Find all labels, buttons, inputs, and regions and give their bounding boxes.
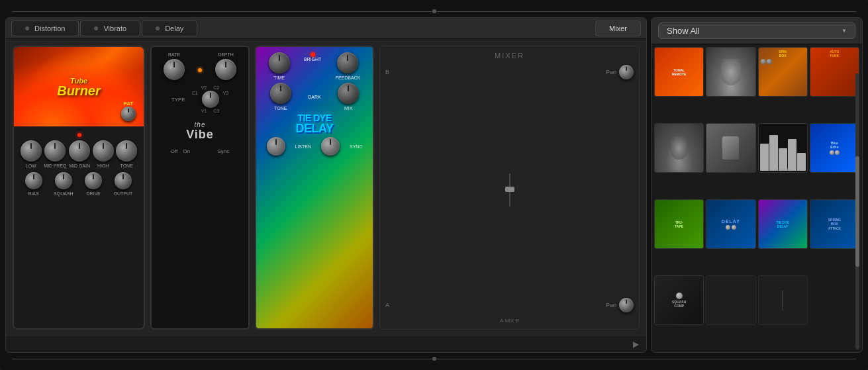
low-knob-item: LOW — [21, 140, 42, 168]
bias-knob-label: BIAS — [28, 191, 39, 196]
tiedye-delay-pedal[interactable]: TIME BRIGHT FEEDBACK — [255, 46, 374, 330]
channel-a-label: A — [385, 302, 389, 308]
feedback-knob-item: FEEDBACK — [336, 52, 361, 80]
mix-knob[interactable] — [338, 83, 359, 104]
low-knob-label: LOW — [26, 163, 36, 168]
tab-mixer[interactable]: Mixer — [595, 21, 641, 36]
bright-section: BRIGHT — [304, 52, 321, 80]
tube-burner-title: Tube Burner — [57, 77, 101, 97]
tab-dot — [156, 26, 160, 30]
output-knob-label: OUTPUT — [113, 191, 132, 196]
mid-freq-knob[interactable] — [44, 140, 66, 162]
browser-item-delay[interactable]: DELAY — [706, 199, 755, 249]
tone-label: TONE — [274, 106, 287, 111]
browser-item-squash[interactable]: SQUASHCOMP — [654, 275, 704, 325]
channel-a-row: A Pan — [385, 298, 634, 312]
tiedye-middle: TONE DARK MIX — [262, 83, 367, 111]
rate-label: RATE — [168, 52, 180, 57]
feedback-label: FEEDBACK — [336, 75, 361, 80]
time-label: TIME — [273, 75, 285, 80]
browser-item-wah[interactable] — [706, 47, 755, 97]
output-knob[interactable] — [115, 172, 132, 189]
mid-gain-knob[interactable] — [69, 140, 90, 162]
browser-item-auto-funk[interactable]: AUTOFUNK — [810, 47, 859, 97]
mixer-pedal: MIXER B Pan A Pan — [379, 46, 640, 330]
mix-knob-item: MIX — [338, 83, 359, 111]
drive-knob[interactable] — [85, 172, 102, 189]
browser-panel: Show All ▼ TONALREMOTE SPINBOX — [651, 17, 863, 353]
depth-knob[interactable] — [215, 59, 236, 80]
high-knob-label: HIGH — [97, 163, 109, 168]
browser-item-tru-tape[interactable]: TRU-TAPE — [654, 199, 704, 249]
browser-scrollbar[interactable] — [855, 73, 859, 349]
browser-item-spin-box[interactable]: SPINBOX — [758, 47, 808, 97]
show-all-dropdown[interactable]: Show All ▼ — [658, 23, 855, 39]
browser-item-graphic-eq[interactable]: Graphic Eq — [758, 123, 808, 173]
browser-scrollbar-thumb[interactable] — [855, 156, 859, 267]
top-resize-handle[interactable] — [5, 5, 863, 17]
browser-grid: TONALREMOTE SPINBOX AUTOFUNK — [651, 44, 862, 352]
type-knob[interactable] — [202, 91, 219, 108]
top-resize-dot — [432, 9, 436, 13]
high-knob-item: HIGH — [93, 140, 114, 168]
vibe-bottom: Off On Sync — [157, 148, 243, 154]
browser-item-tiedye-delay[interactable]: TIE DYEDELAY — [758, 199, 808, 249]
tiedye-tone-knob[interactable] — [270, 83, 291, 104]
sync-footswitch[interactable] — [321, 137, 340, 156]
browser-item-blue-echo[interactable]: BlueEcho — [810, 123, 859, 173]
type-selector[interactable]: V2C2 C1 V3 V1C3 — [192, 85, 229, 113]
rate-knob[interactable] — [164, 59, 185, 80]
browser-item-vol-pedal[interactable] — [706, 123, 755, 173]
browser-item-tonal-remote[interactable]: TONALREMOTE — [654, 47, 704, 97]
drive-knob-item: DRIVE — [85, 172, 102, 196]
main-area: Distortion Vibrato Delay Mixer — [5, 17, 863, 353]
tab-vibrato[interactable]: Vibrato — [80, 21, 140, 36]
squash-knob-label: SQUASH — [54, 191, 73, 196]
tiedye-title: TIE DYE DELAY — [262, 113, 367, 134]
time-knob-item: TIME — [269, 52, 290, 80]
tab-dot — [94, 26, 98, 30]
pan-label-a: Pan — [392, 302, 616, 308]
fader-thumb[interactable] — [505, 187, 514, 192]
tone-knob-label: TONE — [121, 163, 133, 168]
mid-freq-label: MID FREQ — [44, 163, 66, 168]
time-knob[interactable] — [269, 52, 290, 73]
pedalboard-content: Tube Burner FAT LOW — [6, 39, 646, 336]
vibe-toggle[interactable]: Off On — [171, 148, 190, 154]
low-knob[interactable] — [21, 140, 42, 162]
tube-burner-controls: LOW MID FREQ MID GAIN — [14, 126, 144, 205]
show-all-label: Show All — [667, 26, 700, 36]
bias-knob-item: BIAS — [25, 172, 42, 196]
tab-dot — [25, 26, 29, 30]
vibe-pedal[interactable]: RATE DEPTH TYPE V2C2 — [150, 46, 250, 330]
browser-item-empty1 — [706, 275, 755, 325]
channel-b-row: B Pan — [385, 65, 634, 79]
browser-item-spring-box[interactable]: SPRINGBOX ATTACK — [810, 199, 859, 249]
tab-distortion[interactable]: Distortion — [11, 21, 79, 36]
listen-footswitch[interactable] — [267, 137, 285, 156]
browser-item-wah2[interactable] — [654, 123, 704, 173]
tab-delay[interactable]: Delay — [142, 21, 197, 36]
bottom-resize-handle[interactable] — [5, 353, 863, 365]
output-knob-item: OUTPUT — [113, 172, 132, 196]
bias-knob[interactable] — [25, 172, 42, 189]
tone-knob[interactable] — [116, 140, 137, 162]
listen-label: LISTEN — [295, 144, 312, 149]
tiedye-top: TIME BRIGHT FEEDBACK — [262, 52, 367, 80]
play-button[interactable]: ▶ — [630, 339, 641, 349]
pan-a-knob[interactable] — [619, 298, 634, 312]
high-knob[interactable] — [93, 140, 114, 162]
pan-b-knob[interactable] — [619, 65, 634, 79]
tube-burner-pedal[interactable]: Tube Burner FAT LOW — [13, 46, 145, 330]
browser-wrapper: TONALREMOTE SPINBOX AUTOFUNK — [651, 44, 862, 352]
rate-knob-item: RATE — [164, 52, 185, 80]
pedalboard-main: Distortion Vibrato Delay Mixer — [5, 17, 647, 353]
fat-knob[interactable] — [121, 107, 136, 121]
squash-knob[interactable] — [55, 172, 72, 189]
mid-freq-knob-item: MID FREQ — [44, 140, 66, 168]
sync-label: Sync — [217, 148, 229, 154]
feedback-knob[interactable] — [337, 52, 358, 73]
vibe-led — [198, 68, 202, 72]
tone-knob-item: TONE — [116, 140, 137, 168]
vibe-top: RATE DEPTH — [157, 52, 243, 80]
